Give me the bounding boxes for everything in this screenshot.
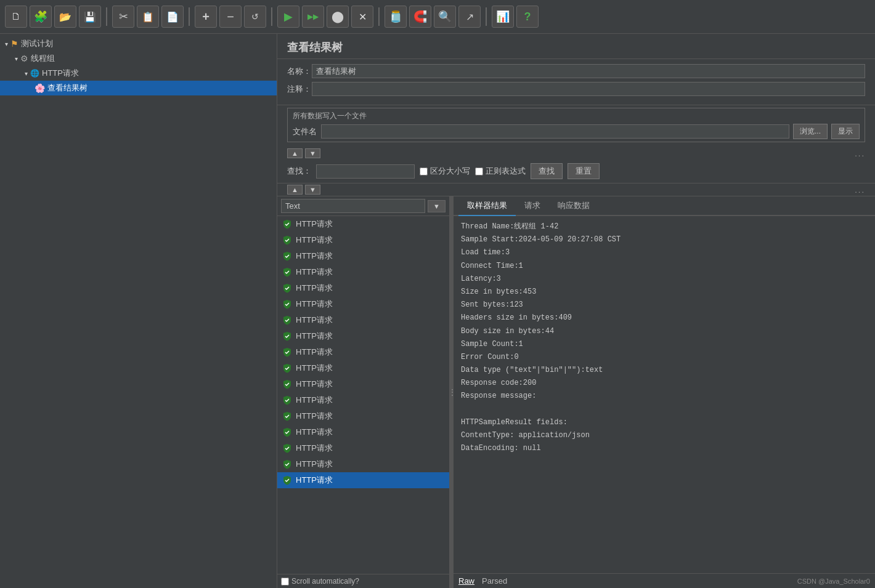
tree-panel: ▾ ⚑ 测试计划 ▾ ⚙ 线程组 ▾ 🌐 HTTP请求 🌸 — [0, 34, 277, 588]
dropdown-arrow-btn[interactable]: ▼ — [428, 200, 446, 212]
result-tree-icon: 🌸 — [35, 83, 45, 93]
arrow-down2-btn[interactable]: ▼ — [305, 185, 320, 195]
regex-group: 正则表达式 — [475, 166, 526, 177]
sep3 — [271, 7, 272, 26]
list-item-selected[interactable]: HTTP请求 — [277, 472, 449, 488]
list-item-label: HTTP请求 — [296, 379, 333, 390]
remove-btn[interactable]: − — [219, 6, 242, 28]
jar-btn[interactable]: 🫙 — [385, 6, 407, 28]
list-item-label: HTTP请求 — [296, 251, 333, 262]
detail-sample-start: Sample Start:2024-05-09 20:27:08 CST — [461, 234, 868, 246]
shield-success-icon — [282, 363, 292, 373]
list-item[interactable]: HTTP请求 — [277, 216, 449, 232]
stop-btn[interactable]: ⬤ — [327, 6, 349, 28]
regex-checkbox[interactable] — [475, 167, 483, 175]
dots-1: ... — [855, 149, 865, 158]
scroll-auto-label: Scroll automatically? — [291, 577, 359, 586]
arrow-up-btn[interactable]: ▲ — [287, 148, 303, 158]
open-btn[interactable]: 📂 — [54, 6, 76, 28]
form-area: 名称： 注释： — [277, 59, 875, 105]
shield-success-icon — [282, 299, 292, 309]
file-section: 所有数据写入一个文件 文件名 浏览... 显示 — [287, 108, 865, 142]
tree-item-result-tree[interactable]: 🌸 查看结果树 — [0, 81, 277, 95]
list-item[interactable]: HTTP请求 — [277, 264, 449, 280]
shield-success-icon — [282, 315, 292, 325]
search-input[interactable] — [316, 164, 415, 179]
file-label: 文件名 — [293, 126, 317, 137]
shield-success-icon — [282, 267, 292, 277]
tab-sampler-result[interactable]: 取样器结果 — [458, 196, 516, 216]
comment-input[interactable] — [312, 82, 865, 96]
reset-search-button[interactable]: 重置 — [568, 163, 600, 179]
tree-item-http-request[interactable]: ▾ 🌐 HTTP请求 — [0, 66, 277, 81]
display-button[interactable]: 显示 — [831, 124, 860, 139]
scroll-auto-checkbox[interactable] — [281, 578, 289, 586]
file-section-title: 所有数据写入一个文件 — [293, 111, 860, 121]
shield-success-icon — [282, 331, 292, 341]
bottom-tab-parsed[interactable]: Parsed — [482, 576, 507, 586]
bottom-tab-bar: Raw Parsed CSDN @Java_Scholar0 — [454, 573, 875, 588]
tab-response-data[interactable]: 响应数据 — [549, 196, 598, 216]
result-tree-label: 查看结果树 — [47, 83, 88, 94]
detail-panel: 取样器结果 请求 响应数据 Thread Name:线程组 1-42 Sampl… — [454, 196, 875, 588]
list-item[interactable]: HTTP请求 — [277, 312, 449, 328]
copy-btn[interactable]: 📋 — [137, 6, 159, 28]
start-btn[interactable]: ▶ — [277, 6, 299, 28]
find-button[interactable]: 查找 — [531, 163, 563, 179]
list-item[interactable]: HTTP请求 — [277, 280, 449, 296]
list-item[interactable]: HTTP请求 — [277, 360, 449, 376]
list-item[interactable]: HTTP请求 — [277, 344, 449, 360]
arrow2-btn[interactable]: ↗ — [458, 6, 481, 28]
template-btn[interactable]: 🧩 — [30, 6, 52, 28]
reset-btn[interactable]: ↺ — [244, 6, 266, 28]
list-item[interactable]: HTTP请求 — [277, 328, 449, 344]
search2-btn[interactable]: 🔍 — [434, 6, 456, 28]
start2-btn[interactable]: ▶▶ — [302, 6, 324, 28]
list-item[interactable]: HTTP请求 — [277, 296, 449, 312]
results-area: ▲ ▼ ... Text HTML JSON XML Raw — [277, 183, 875, 588]
arrow-up2-btn[interactable]: ▲ — [287, 185, 303, 195]
list-item[interactable]: HTTP请求 — [277, 392, 449, 408]
tab-request[interactable]: 请求 — [516, 196, 549, 216]
list-item[interactable]: HTTP请求 — [277, 408, 449, 424]
comment-row: 注释： — [287, 82, 865, 96]
cut-btn[interactable]: ✂ — [112, 6, 134, 28]
help-btn[interactable]: ? — [516, 6, 539, 28]
list-item-label: HTTP请求 — [296, 459, 333, 470]
list-item-label: HTTP请求 — [296, 331, 333, 342]
list-item[interactable]: HTTP请求 — [277, 248, 449, 264]
case-sensitive-checkbox[interactable] — [420, 167, 428, 175]
arrow-controls-1: ▲ ▼ ... — [277, 147, 875, 159]
stop2-btn[interactable]: ✕ — [351, 6, 373, 28]
shield-success-icon — [282, 411, 292, 421]
format-select[interactable]: Text HTML JSON XML Raw — [281, 199, 425, 213]
agent-btn[interactable]: 🧲 — [409, 6, 431, 28]
list-item[interactable]: HTTP请求 — [277, 440, 449, 456]
add-btn[interactable]: + — [195, 6, 217, 28]
table2-btn[interactable]: 📊 — [492, 6, 514, 28]
arrow-down-btn[interactable]: ▼ — [305, 148, 320, 158]
detail-latency: Latency:3 — [461, 273, 868, 285]
panel-title: 查看结果树 — [277, 34, 875, 59]
detail-load-time: Load time:3 — [461, 247, 868, 259]
sep1 — [106, 7, 107, 26]
list-item[interactable]: HTTP请求 — [277, 424, 449, 440]
detail-thread-name: Thread Name:线程组 1-42 — [461, 221, 868, 233]
browse-button[interactable]: 浏览... — [793, 124, 828, 139]
tree-item-test-plan[interactable]: ▾ ⚑ 测试计划 — [0, 36, 277, 51]
bottom-tab-raw[interactable]: Raw — [458, 576, 474, 586]
tree-item-thread-group[interactable]: ▾ ⚙ 线程组 — [0, 51, 277, 66]
shield-success-icon — [282, 219, 292, 229]
test-plan-icon: ⚑ — [10, 39, 18, 49]
list-item[interactable]: HTTP请求 — [277, 232, 449, 248]
detail-response-code: Response code:200 — [461, 377, 868, 389]
new-btn[interactable]: 🗋 — [5, 6, 27, 28]
name-input[interactable] — [312, 64, 865, 78]
http-request-label: HTTP请求 — [42, 68, 79, 79]
paste-btn[interactable]: 📄 — [161, 6, 184, 28]
list-item[interactable]: HTTP请求 — [277, 456, 449, 472]
list-item[interactable]: HTTP请求 — [277, 376, 449, 392]
file-input[interactable] — [321, 124, 789, 139]
save-btn[interactable]: 💾 — [79, 6, 101, 28]
detail-data-encoding: DataEncoding: null — [461, 443, 868, 454]
